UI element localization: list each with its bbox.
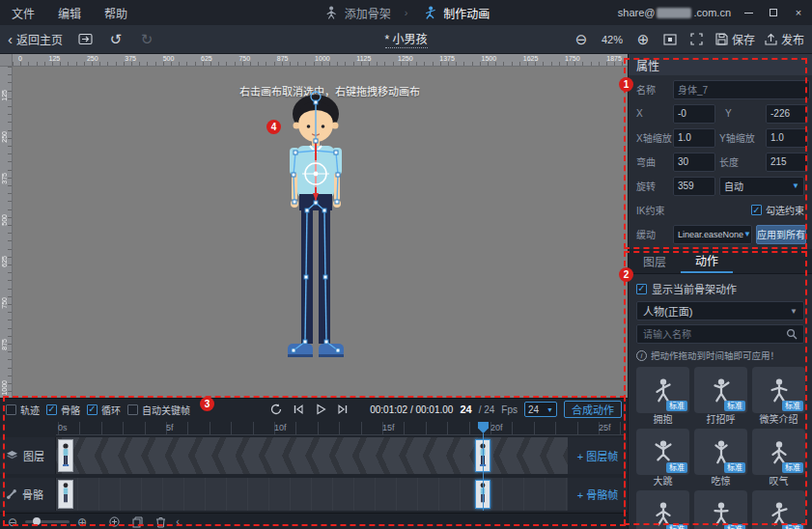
standard-badge: 标准 <box>724 524 745 529</box>
play-button[interactable] <box>313 402 328 417</box>
apply-all-button[interactable]: 应用到所有 <box>756 225 806 244</box>
layer-keyframe-start[interactable] <box>58 439 73 472</box>
undo-button[interactable]: ↺ <box>107 31 125 48</box>
action-search[interactable] <box>636 324 804 344</box>
add-skeleton-step[interactable]: 添加骨架 <box>322 4 391 21</box>
action-tile[interactable]: 标准 <box>636 490 689 529</box>
undo-icon: ↺ <box>110 32 123 46</box>
fit-canvas-button[interactable] <box>661 31 679 48</box>
layer-track-header[interactable]: 图层 <box>0 437 56 474</box>
prev-frame-icon <box>293 404 304 415</box>
standard-badge: 标准 <box>782 401 803 411</box>
maximize-button[interactable] <box>766 5 781 20</box>
show-current-checkbox[interactable] <box>636 284 647 294</box>
action-tile[interactable]: 标准 <box>694 490 747 529</box>
import-button[interactable] <box>76 31 94 48</box>
timeline-zoom-in-button[interactable]: ⊕ <box>77 516 87 528</box>
prev-frame-button[interactable] <box>291 402 306 417</box>
minimize-button[interactable] <box>741 5 756 20</box>
close-button[interactable]: × <box>791 5 806 20</box>
restart-button[interactable] <box>268 402 284 417</box>
action-tile[interactable]: 标准 <box>694 367 747 413</box>
redo-icon: ↻ <box>141 32 154 46</box>
rotate-mode-select[interactable]: 自动 ▼ <box>719 177 804 196</box>
back-home-button[interactable]: ‹ 返回主页 <box>8 31 63 47</box>
add-layer-frame-button[interactable]: + 图层帧 <box>577 448 618 463</box>
x-field[interactable] <box>673 104 715 124</box>
category-select[interactable]: 人物(正面) ▼ <box>636 301 804 320</box>
minimize-icon <box>744 13 753 14</box>
action-tile[interactable]: 标准 <box>694 429 747 475</box>
length-field[interactable] <box>766 153 808 172</box>
next-frame-button[interactable] <box>335 402 350 417</box>
slider-handle[interactable] <box>33 517 41 525</box>
standard-badge: 标准 <box>782 462 803 473</box>
scroll-left-button[interactable]: ‹ <box>176 516 180 527</box>
fps-select[interactable]: 24▼ <box>524 402 557 417</box>
fullscreen-button[interactable] <box>688 31 706 48</box>
layer-track[interactable] <box>56 437 568 474</box>
y-field[interactable] <box>766 104 808 124</box>
scale-y-field[interactable] <box>766 128 808 148</box>
name-field[interactable] <box>673 80 810 99</box>
easing-select[interactable]: Linear.easeNone ▼ <box>673 225 752 244</box>
redo-button[interactable]: ↻ <box>138 31 155 48</box>
add-keyframe-button[interactable] <box>106 515 122 529</box>
rotate-field[interactable] <box>673 177 715 196</box>
chevron-down-icon: ▼ <box>792 181 799 190</box>
publish-button[interactable]: 发布 <box>765 31 804 47</box>
bone-keyframe-start[interactable] <box>58 480 73 509</box>
delete-frame-button[interactable] <box>153 515 168 529</box>
account-email[interactable]: share@ .com.cn <box>618 7 731 18</box>
account-suffix: .com.cn <box>693 7 731 18</box>
tab-actions[interactable]: 动作 <box>681 249 733 273</box>
ruler-tick-label: 20f <box>490 423 503 432</box>
bones-checkbox[interactable] <box>46 404 57 415</box>
canvas-workspace[interactable]: 0125250375500625750875100011251250137515… <box>0 54 628 398</box>
category-value: 人物(正面) <box>643 303 692 319</box>
trajectory-checkbox[interactable] <box>6 404 16 415</box>
menu-edit[interactable]: 编辑 <box>46 5 93 21</box>
ik-checkbox[interactable] <box>751 205 762 215</box>
autokey-checkbox[interactable] <box>127 404 138 415</box>
copy-frame-button[interactable] <box>129 515 145 529</box>
zoom-out-button[interactable]: ⊖ <box>573 31 590 48</box>
action-tile[interactable]: 标准 <box>752 429 805 475</box>
autokey-toggle[interactable]: 自动关键帧 <box>127 403 190 417</box>
loop-checkbox[interactable] <box>87 404 98 415</box>
scale-x-field[interactable] <box>673 128 715 148</box>
timeline-zoom-out-button[interactable]: ⊖ <box>8 516 17 528</box>
trajectory-toggle[interactable]: 轨迹 <box>6 403 40 417</box>
character-with-skeleton[interactable] <box>253 89 378 378</box>
compose-action-button[interactable]: 合成动作 <box>564 401 622 418</box>
action-tile[interactable]: 标准 <box>636 367 689 413</box>
zoom-out-icon: ⊖ <box>575 32 588 46</box>
horizontal-ruler: 0125250375500625750875100011251250137515… <box>13 54 628 67</box>
frame-ruler[interactable]: 0s 5f 10f 15f 20f 25f <box>56 422 626 435</box>
menu-file[interactable]: 文件 <box>0 5 46 21</box>
next-frame-icon <box>337 404 349 415</box>
bone-track-header[interactable]: 骨骼 <box>0 478 56 511</box>
timeline-zoom-slider[interactable] <box>25 520 70 523</box>
playhead-line[interactable] <box>483 433 484 511</box>
skeleton-icon <box>322 4 340 21</box>
action-tile[interactable]: 标准 <box>636 429 689 475</box>
action-tile[interactable]: 标准 <box>752 367 805 413</box>
account-prefix: share@ <box>618 7 656 18</box>
ruler-tick-label: 25f <box>599 423 611 432</box>
action-tile[interactable]: 标准 <box>752 490 805 529</box>
make-animation-step[interactable]: 制作动画 <box>421 4 490 21</box>
loop-toggle[interactable]: 循环 <box>87 403 121 417</box>
zoom-in-button[interactable]: ⊕ <box>634 31 652 48</box>
bones-toggle[interactable]: 骨骼 <box>46 403 80 417</box>
search-input[interactable] <box>643 329 786 340</box>
tab-layers[interactable]: 图层 <box>629 249 681 273</box>
actions-panel: 显示当前骨架动作 人物(正面) ▼ i 把动作拖动到时间轴即可应用！ 标准拥抱 … <box>629 274 812 529</box>
breadcrumb-separator: › <box>405 7 408 18</box>
save-button[interactable]: 保存 <box>715 31 755 47</box>
menu-help[interactable]: 帮助 <box>93 5 139 21</box>
back-home-label: 返回主页 <box>16 31 63 47</box>
bone-track[interactable] <box>56 478 568 511</box>
add-bone-frame-button[interactable]: + 骨骼帧 <box>577 487 618 502</box>
bend-field[interactable] <box>673 153 715 172</box>
